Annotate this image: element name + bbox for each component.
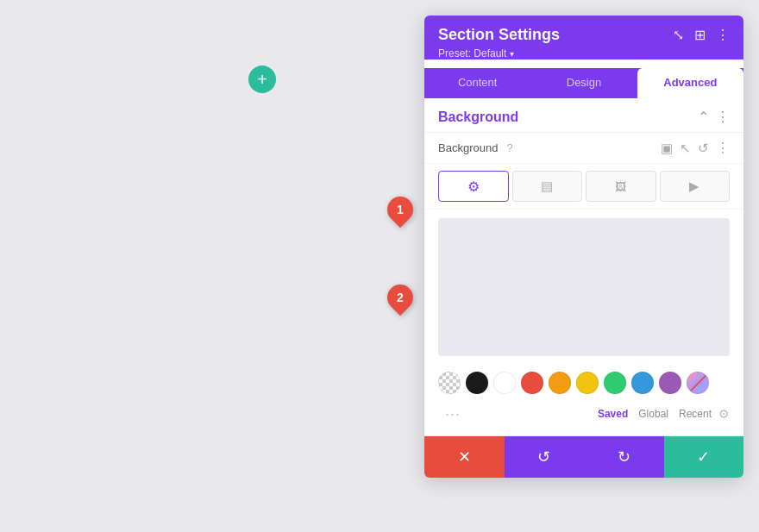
section-heading: Background ⌃ ⋮ <box>424 98 743 133</box>
panel-header: Section Settings ⤡ ⊞ ⋮ Preset: Default ▾ <box>424 16 743 59</box>
reset-icon[interactable]: ↺ <box>698 141 709 156</box>
image-icon: 🖼 <box>615 180 626 193</box>
swatch-transparent[interactable] <box>438 372 461 394</box>
swatch-green[interactable] <box>604 372 626 394</box>
swatch-purple[interactable] <box>659 372 681 394</box>
bg-type-gradient[interactable]: ▤ <box>512 171 583 202</box>
bg-type-color[interactable]: ⚙ <box>438 171 509 202</box>
expand-icon[interactable]: ⤡ <box>673 27 684 43</box>
cancel-button[interactable]: ✕ <box>424 436 505 478</box>
panel-body: Background ⌃ ⋮ Background ? ▣ ↖ ↺ ⋮ ⚙ ▤ <box>424 98 743 435</box>
color-tab-global[interactable]: Global <box>635 406 672 422</box>
section-more-icon[interactable]: ⋮ <box>716 109 730 125</box>
color-tab-saved[interactable]: Saved <box>594 406 631 422</box>
color-fill-icon: ⚙ <box>467 178 480 195</box>
tab-content[interactable]: Content <box>424 68 530 98</box>
panel-title-row: Section Settings ⤡ ⊞ ⋮ <box>438 26 730 44</box>
panel-footer: ✕ ↺ ↻ ✓ <box>424 435 743 478</box>
color-swatches-row <box>424 365 743 401</box>
swatch-custom[interactable] <box>687 372 709 394</box>
options-icon[interactable]: ⋮ <box>716 140 730 156</box>
swatch-orange[interactable] <box>549 372 571 394</box>
panel-preset[interactable]: Preset: Default ▾ <box>438 47 730 59</box>
preset-arrow-icon: ▾ <box>510 49 514 59</box>
add-section-button[interactable]: + <box>248 66 276 93</box>
more-icon[interactable]: ⋮ <box>716 27 730 43</box>
redo-button[interactable]: ↻ <box>584 436 664 478</box>
bg-type-tabs: ⚙ ▤ 🖼 ▶ <box>424 164 743 210</box>
swatch-red[interactable] <box>521 372 543 394</box>
swatch-white[interactable] <box>493 372 516 394</box>
help-icon[interactable]: ? <box>506 141 512 154</box>
bg-type-video[interactable]: ▶ <box>660 171 731 202</box>
color-settings-icon[interactable]: ⚙ <box>718 407 730 421</box>
panel-title: Section Settings <box>438 26 560 44</box>
undo-button[interactable]: ↺ <box>505 436 585 478</box>
device-icon[interactable]: ▣ <box>661 141 673 156</box>
bg-icons-row: ▣ ↖ ↺ ⋮ <box>661 140 730 156</box>
swatch-blue[interactable] <box>631 372 654 394</box>
section-heading-icons: ⌃ ⋮ <box>698 109 730 125</box>
bg-type-image[interactable]: 🖼 <box>586 171 656 202</box>
layout-icon[interactable]: ⊞ <box>694 27 706 43</box>
gradient-icon: ▤ <box>541 178 553 194</box>
section-settings-panel: Section Settings ⤡ ⊞ ⋮ Preset: Default ▾… <box>424 16 743 478</box>
color-tabs: Saved Global Recent ⚙ <box>594 406 730 422</box>
background-label: Background <box>438 141 498 154</box>
more-swatches-button[interactable]: ··· <box>438 403 467 425</box>
section-title: Background <box>438 110 518 125</box>
swatch-black[interactable] <box>466 372 488 394</box>
tab-advanced[interactable]: Advanced <box>637 68 743 98</box>
collapse-icon[interactable]: ⌃ <box>698 109 709 125</box>
color-preview-area[interactable] <box>438 218 730 356</box>
panel-title-icons: ⤡ ⊞ ⋮ <box>673 27 730 43</box>
swatch-yellow[interactable] <box>576 372 599 394</box>
tab-design[interactable]: Design <box>530 68 637 98</box>
color-tabs-row: ··· Saved Global Recent ⚙ <box>424 401 743 435</box>
confirm-button[interactable]: ✓ <box>664 436 744 478</box>
color-tab-recent[interactable]: Recent <box>675 406 715 422</box>
panel-tabs: Content Design Advanced <box>424 68 743 98</box>
pointer-icon[interactable]: ↖ <box>680 141 691 156</box>
background-row: Background ? ▣ ↖ ↺ ⋮ <box>424 133 743 164</box>
video-icon: ▶ <box>689 178 699 194</box>
